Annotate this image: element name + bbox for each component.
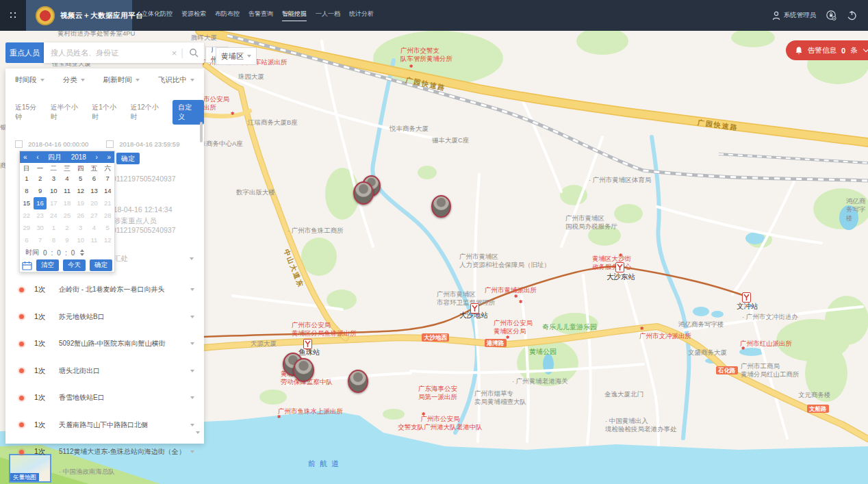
filter-category[interactable]: 分类 (63, 75, 85, 85)
nav-item-5[interactable]: 智能挖掘 (282, 10, 307, 21)
prev-year-button[interactable]: « (23, 153, 27, 161)
calendar-day[interactable]: 5 (74, 173, 88, 185)
clear-button[interactable]: 清空 (36, 259, 59, 271)
calendar-month[interactable]: 四月 (48, 153, 62, 162)
calendar-day[interactable]: 22 (20, 209, 34, 222)
calendar-day[interactable]: 24 (47, 209, 60, 222)
scrollbar-thumb[interactable] (200, 122, 203, 142)
calendar-day[interactable]: 3 (47, 173, 60, 185)
nav-item-4[interactable]: 告警查询 (248, 10, 273, 21)
time-hours[interactable]: 0 (43, 249, 47, 257)
list-item[interactable]: 1次天麓南路与山下中路路口北侧 (5, 415, 204, 435)
calendar-icon[interactable] (22, 261, 32, 270)
chevron-down-icon[interactable] (190, 424, 194, 426)
calendar-day[interactable]: 21 (101, 197, 114, 209)
calendar-year[interactable]: 2018 (71, 153, 86, 161)
calendar-day-selected[interactable]: 16 (34, 197, 47, 209)
start-date-checkbox[interactable] (15, 140, 23, 148)
calendar-day[interactable]: 1 (20, 173, 34, 185)
time-minutes[interactable]: 0 (57, 249, 61, 257)
list-item[interactable]: 1次香雪地铁站E口 (5, 387, 204, 408)
calendar-day[interactable]: 25 (60, 209, 74, 222)
person-photo-marker[interactable] (353, 181, 374, 205)
quick-time-12hour[interactable]: 近12个小时 (131, 103, 166, 122)
district-select[interactable]: 黄埔区 (216, 47, 257, 65)
list-item[interactable]: 1次5092蟹山路-中医院东南向蟹山横街 (5, 333, 204, 354)
calendar-day[interactable]: 6 (88, 173, 101, 185)
calendar-day[interactable]: 10 (74, 234, 88, 246)
calendar-day[interactable]: 6 (20, 234, 34, 246)
apps-grid-icon[interactable] (0, 0, 26, 31)
chevron-down-icon[interactable] (190, 450, 194, 453)
user-account[interactable]: 系统管理员 (772, 11, 817, 21)
calendar-day[interactable]: 27 (88, 209, 101, 222)
chevron-down-icon[interactable] (190, 342, 194, 345)
filter-time-range[interactable]: 时间段 (15, 75, 44, 85)
calendar-day[interactable]: 9 (34, 185, 47, 197)
start-date-value[interactable]: 2018-04-16 00:00:00 (28, 140, 88, 148)
security-settings-icon[interactable] (826, 10, 837, 21)
quick-time-1hour[interactable]: 近1个小时 (92, 103, 123, 122)
calendar-day[interactable]: 30 (34, 222, 47, 234)
list-item[interactable]: 1次5112黄埔大道东-鱼珠总站向海边街（全） (5, 442, 204, 462)
ok-button[interactable]: 确定 (90, 259, 112, 271)
person-photo-marker[interactable] (431, 195, 451, 218)
calendar-day[interactable]: 26 (74, 209, 88, 222)
calendar-day[interactable]: 4 (60, 173, 74, 185)
custom-time-button[interactable]: 自定义 (173, 100, 204, 125)
tab-key-person[interactable]: 重点人员 (5, 42, 44, 63)
calendar-day[interactable]: 11 (88, 234, 101, 246)
list-item[interactable]: 1次企岭街 - 北1巷麦岭东一巷口向井头 (5, 279, 204, 300)
calendar-day[interactable]: 7 (34, 234, 47, 246)
chevron-down-icon[interactable] (190, 257, 194, 260)
search-input[interactable] (49, 48, 168, 58)
quick-time-halfhour[interactable]: 近半个小时 (51, 103, 85, 122)
end-date-value[interactable]: 2018-04-16 23:59:59 (119, 140, 179, 148)
filter-refresh[interactable]: 刷新时间 (103, 75, 140, 85)
calendar-day[interactable]: 12 (74, 185, 88, 197)
person-photo-marker[interactable] (348, 370, 368, 393)
time-stepper[interactable] (80, 249, 84, 256)
calendar-day[interactable]: 3 (74, 222, 88, 234)
calendar-day[interactable]: 14 (101, 185, 114, 197)
nav-item-1[interactable]: 立体化防控 (142, 10, 173, 21)
time-seconds[interactable]: 0 (71, 249, 75, 257)
quick-time-15min[interactable]: 近15分钟 (15, 103, 43, 122)
chevron-down-icon[interactable] (190, 316, 194, 318)
chevron-down-icon[interactable] (190, 370, 194, 372)
chevron-down-icon[interactable] (190, 288, 194, 291)
calendar-day[interactable]: 2 (60, 222, 74, 234)
list-item[interactable]: 1次苏元地铁站B口 (5, 307, 204, 327)
person-photo-marker[interactable] (293, 358, 314, 382)
calendar-day[interactable]: 13 (88, 185, 101, 197)
nav-item-2[interactable]: 资源检索 (181, 10, 206, 21)
calendar-day[interactable]: 23 (34, 209, 47, 222)
scroll-down-icon[interactable] (196, 431, 200, 434)
calendar-day[interactable]: 2 (34, 173, 47, 185)
calendar-day[interactable]: 11 (60, 185, 74, 197)
prev-month-button[interactable]: ‹ (36, 153, 38, 161)
today-button[interactable]: 今天 (63, 259, 86, 271)
calendar-day[interactable]: 7 (101, 173, 114, 185)
calendar-day[interactable]: 17 (47, 197, 60, 209)
calendar-day[interactable]: 8 (47, 234, 60, 246)
calendar-day[interactable]: 12 (101, 234, 114, 246)
calendar-day[interactable]: 10 (47, 185, 60, 197)
clear-icon[interactable]: × (172, 48, 177, 58)
chevron-down-icon[interactable] (863, 47, 868, 52)
calendar-day[interactable]: 4 (88, 222, 101, 234)
calendar-day[interactable]: 20 (88, 197, 101, 209)
calendar-day[interactable]: 15 (20, 197, 34, 209)
calendar-day[interactable]: 1 (47, 222, 60, 234)
confirm-range-button[interactable]: 确定 (116, 153, 140, 164)
calendar-day[interactable]: 8 (20, 185, 34, 197)
list-item[interactable]: 1次塘头北街出口 (5, 361, 204, 381)
chevron-down-icon[interactable] (190, 396, 194, 399)
filter-match[interactable]: 飞识比中 (158, 75, 194, 85)
nav-item-3[interactable]: 布防布控 (215, 10, 240, 21)
calendar-day[interactable]: 29 (20, 222, 34, 234)
search-icon[interactable] (189, 48, 199, 58)
alert-pill[interactable]: 告警信息 0 条 (786, 40, 868, 60)
power-logout-icon[interactable] (847, 10, 857, 21)
calendar-day[interactable]: 18 (60, 197, 74, 209)
